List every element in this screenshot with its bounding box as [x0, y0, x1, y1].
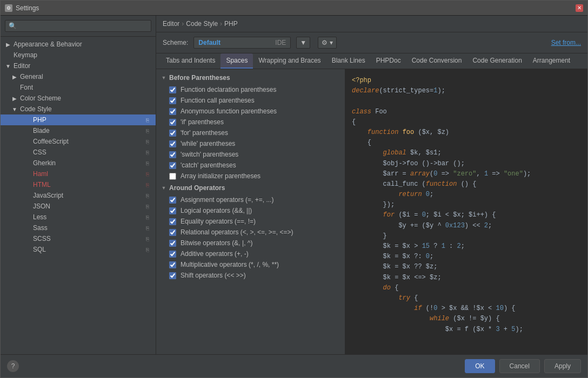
- setting-item: 'catch' parentheses: [156, 160, 345, 171]
- tree-arrow-icon: [11, 95, 18, 102]
- code-token: }: [352, 232, 387, 240]
- sidebar-item-general[interactable]: General: [1, 71, 156, 82]
- setting-checkbox[interactable]: [169, 207, 176, 214]
- main-content: Appearance & BehaviorKeymapEditorGeneral…: [1, 16, 587, 354]
- code-token: 0x123: [445, 222, 465, 230]
- tab-code-conversion[interactable]: Code Conversion: [406, 53, 467, 69]
- tab-spaces[interactable]: Spaces: [220, 53, 253, 69]
- sidebar-item-json[interactable]: JSON⎘: [1, 201, 156, 212]
- code-token: 1: [484, 170, 488, 178]
- tab-wrapping-and-braces[interactable]: Wrapping and Braces: [253, 53, 326, 69]
- setting-label: Shift operators (<< >>): [181, 272, 246, 279]
- sidebar-item-gherkin[interactable]: Gherkin⎘: [1, 158, 156, 168]
- window-title: Settings: [16, 4, 39, 12]
- code-token: 0: [422, 211, 426, 219]
- setting-checkbox[interactable]: [169, 162, 176, 169]
- code-token: ;: [430, 253, 433, 260]
- set-from-link[interactable]: Set from...: [551, 39, 581, 46]
- sidebar-item-haml[interactable]: Haml⎘: [1, 168, 156, 179]
- sidebar-item-sql[interactable]: SQL⎘: [1, 244, 156, 255]
- sidebar-item-php[interactable]: PHP⎘: [1, 114, 156, 125]
- setting-label: Additive operators (+, -): [181, 250, 249, 258]
- setting-item: Multiplicative operators (*, /, %, **): [156, 259, 345, 270]
- tab-blank-lines[interactable]: Blank Lines: [326, 53, 371, 69]
- close-button[interactable]: ✕: [576, 4, 583, 12]
- setting-item: Array initializer parentheses: [156, 171, 345, 181]
- code-token: 1: [442, 242, 445, 250]
- code-token: ?: [430, 242, 442, 250]
- tab-phpdoc[interactable]: PHPDoc: [371, 53, 406, 69]
- code-token: ($i =: [395, 211, 422, 219]
- sidebar-item-html[interactable]: HTML⎘: [1, 179, 156, 190]
- sidebar-item-appearance---behavior[interactable]: Appearance & Behavior: [1, 39, 156, 50]
- code-token: foo: [403, 129, 415, 136]
- setting-checkbox[interactable]: [169, 261, 176, 268]
- tab-arrangement[interactable]: Arrangement: [527, 53, 576, 69]
- code-token: > $x && !$x <: [437, 305, 496, 312]
- tab-code-generation[interactable]: Code Generation: [467, 53, 527, 69]
- sidebar-item-label: JSON: [33, 202, 50, 210]
- help-button[interactable]: ?: [7, 360, 19, 372]
- setting-checkbox[interactable]: [169, 108, 176, 115]
- code-token: +: [500, 326, 512, 333]
- sidebar-item-label: SCSS: [33, 235, 51, 242]
- breadcrumb-codestyle: Code Style: [186, 20, 218, 28]
- setting-checkbox[interactable]: [169, 251, 176, 258]
- sidebar-item-javascript[interactable]: JavaScript⎘: [1, 190, 156, 201]
- scheme-gear-button[interactable]: ⚙ ▾: [318, 37, 336, 49]
- code-token: Foo: [371, 108, 387, 116]
- copy-icon: ⎘: [144, 235, 151, 242]
- code-token: [422, 191, 426, 198]
- sidebar-item-scss[interactable]: SCSS⎘: [1, 233, 156, 244]
- setting-checkbox[interactable]: [169, 140, 176, 147]
- code-line: {: [352, 117, 581, 127]
- setting-checkbox[interactable]: [169, 151, 176, 158]
- setting-checkbox[interactable]: [169, 97, 176, 104]
- code-token: [352, 315, 430, 322]
- code-token: {: [352, 139, 371, 146]
- tab-tabs-and-indents[interactable]: Tabs and Indents: [161, 53, 220, 69]
- ok-button[interactable]: OK: [465, 359, 495, 373]
- section-arrow-icon: [161, 75, 167, 81]
- section-label: Around Operators: [169, 184, 225, 192]
- setting-checkbox[interactable]: [169, 130, 176, 137]
- sidebar-item-code-style[interactable]: Code Style: [1, 104, 156, 114]
- sidebar-item-coffeescript[interactable]: CoffeeScript⎘: [1, 136, 156, 147]
- setting-checkbox[interactable]: [169, 86, 176, 93]
- setting-label: Array initializer parentheses: [181, 172, 260, 180]
- sidebar-item-less[interactable]: Less⎘: [1, 212, 156, 222]
- setting-checkbox[interactable]: [169, 173, 176, 180]
- setting-checkbox[interactable]: [169, 229, 176, 236]
- code-token: 10: [496, 305, 503, 312]
- setting-checkbox[interactable]: [169, 119, 176, 126]
- copy-icon: ⎘: [144, 181, 151, 188]
- setting-checkbox[interactable]: [169, 272, 176, 279]
- setting-checkbox[interactable]: [169, 218, 176, 225]
- copy-icon: ⎘: [144, 138, 151, 145]
- code-token: <?php: [352, 77, 371, 84]
- code-token: $x = f ($x *: [352, 326, 496, 333]
- footer: ? OK Cancel Apply: [1, 354, 587, 377]
- setting-checkbox[interactable]: [169, 197, 176, 204]
- sidebar-item-label: Sass: [33, 224, 48, 232]
- setting-item: Equality operators (==, !=): [156, 216, 345, 227]
- apply-button[interactable]: Apply: [544, 359, 581, 373]
- sidebar-item-sass[interactable]: Sass⎘: [1, 222, 156, 233]
- section-before-parentheses[interactable]: Before Parentheses: [156, 71, 345, 84]
- scheme-select[interactable]: Default IDE: [193, 37, 291, 49]
- sidebar-item-keymap[interactable]: Keymap: [1, 50, 156, 60]
- sidebar-item-blade[interactable]: Blade⎘: [1, 125, 156, 136]
- scheme-dropdown-button[interactable]: ▼: [296, 37, 310, 49]
- tree-arrow-icon: [11, 106, 18, 112]
- code-line: });: [352, 200, 581, 210]
- search-input[interactable]: [5, 20, 151, 32]
- sidebar-item-color-scheme[interactable]: Color Scheme: [1, 93, 156, 104]
- sidebar-item-editor[interactable]: Editor: [1, 60, 156, 71]
- code-line: class Foo: [352, 107, 581, 117]
- sidebar-item-font[interactable]: Font: [1, 82, 156, 93]
- section-around-operators[interactable]: Around Operators: [156, 181, 345, 194]
- setting-checkbox[interactable]: [169, 240, 176, 247]
- code-line: $x = f ($x * 3 + 5);: [352, 325, 581, 335]
- sidebar-item-css[interactable]: CSS⎘: [1, 147, 156, 158]
- cancel-button[interactable]: Cancel: [499, 359, 540, 373]
